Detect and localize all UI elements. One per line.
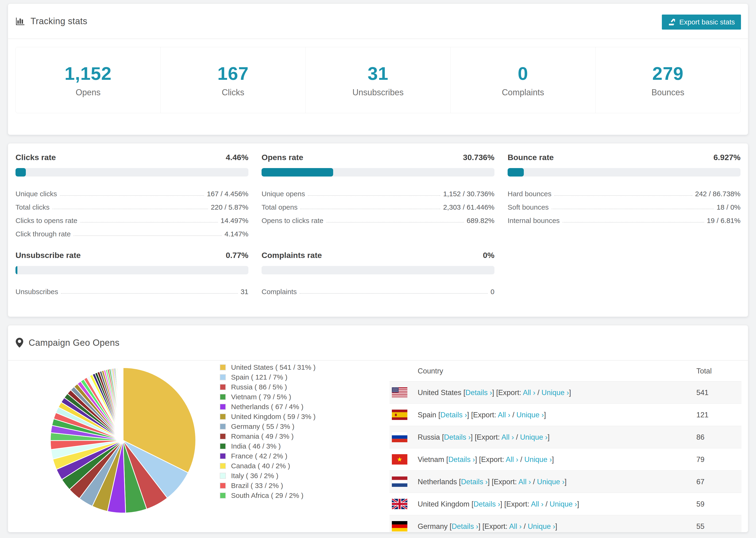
detail-label: Hard bounces — [508, 190, 552, 198]
legend-swatch — [220, 493, 226, 499]
complaints-rate-block: Complaints rate 0% Complaints0 — [261, 251, 495, 296]
detail-value: 4.147% — [225, 230, 248, 238]
export-all-link[interactable]: All › — [506, 456, 518, 463]
opens-label: Opens — [76, 87, 100, 97]
unsubscribe-rate-title: Unsubscribe rate — [16, 251, 81, 260]
legend-label: Germany ( 55 / 3% ) — [231, 422, 295, 430]
dotted-leader — [326, 222, 464, 223]
legend-swatch — [220, 364, 226, 370]
export-all-link[interactable]: All › — [502, 433, 514, 441]
dotted-leader — [563, 222, 704, 223]
legend-swatch — [220, 463, 226, 469]
opens-rate-progressbar — [261, 168, 495, 177]
export-unique-link[interactable]: Unique › — [537, 478, 565, 486]
export-unique-link[interactable]: Unique › — [524, 456, 552, 463]
dotted-leader — [300, 209, 440, 209]
stats-row: 1,152 Opens 167 Clicks 31 Unsubscribes 0… — [16, 47, 740, 113]
detail-value: 14.497% — [221, 217, 248, 225]
legend-label: India ( 46 / 3% ) — [231, 442, 281, 450]
complaints-rate-progressbar — [261, 266, 495, 274]
legend-item: Canada ( 40 / 2% ) — [220, 461, 315, 471]
details-link[interactable]: Details › — [452, 522, 478, 530]
details-link[interactable]: Details › — [448, 456, 475, 463]
table-row-netherlands: Netherlands [Details ›] [Export: All › /… — [390, 470, 741, 493]
legend-label: Russia ( 86 / 5% ) — [231, 383, 287, 391]
export-all-link[interactable]: All › — [509, 522, 521, 530]
detail-label: Total clicks — [16, 203, 50, 211]
details-link[interactable]: Details › — [465, 389, 492, 397]
geo-header: Campaign Geo Opens — [8, 325, 748, 360]
detail-label: Click through rate — [16, 230, 71, 238]
details-link[interactable]: Details › — [461, 478, 488, 486]
stat-opens: 1,152 Opens — [16, 47, 161, 113]
export-all-link[interactable]: All › — [498, 411, 510, 419]
detail-label: Soft bounces — [508, 203, 549, 211]
detail-value: 19 / 6.81% — [707, 217, 740, 225]
total-value: 541 — [696, 389, 709, 397]
country-name: Germany — [418, 522, 448, 530]
legend-item: Romania ( 49 / 3% ) — [220, 431, 315, 441]
legend-item: Germany ( 55 / 3% ) — [220, 422, 315, 431]
details-link[interactable]: Details › — [441, 411, 467, 419]
bounce-rate-title: Bounce rate — [508, 153, 554, 162]
unsubscribes-count: 31 — [368, 63, 389, 84]
legend-label: Spain ( 121 / 7% ) — [231, 373, 287, 381]
country-name: United Kingdom — [418, 500, 469, 508]
geo-pie-chart — [48, 365, 198, 515]
bounces-count: 279 — [652, 63, 683, 84]
legend-item: Spain ( 121 / 7% ) — [220, 372, 315, 382]
total-column-header: Total — [696, 367, 712, 375]
country-column-header: Country — [418, 367, 443, 375]
export-unique-link[interactable]: Unique › — [520, 433, 548, 441]
legend-swatch — [220, 443, 226, 449]
complaints-count: 0 — [518, 63, 528, 84]
export-unique-link[interactable]: Unique › — [516, 411, 544, 419]
details-link[interactable]: Details › — [473, 500, 500, 508]
legend-label: United States ( 541 / 31% ) — [231, 363, 315, 371]
russia-flag-icon — [392, 432, 407, 442]
opens-rate-block: Opens rate 30.736% Unique opens1,152 / 3… — [261, 153, 495, 238]
table-header: Country Total — [390, 359, 741, 381]
export-unique-link[interactable]: Unique › — [528, 522, 555, 530]
stat-complaints: 0 Complaints — [451, 47, 595, 113]
dotted-leader — [80, 222, 218, 223]
clicks-rate-block: Clicks rate 4.46% Unique clicks167 / 4.4… — [16, 153, 248, 238]
country-name: United States — [418, 389, 461, 397]
export-all-link[interactable]: All › — [531, 500, 543, 508]
legend-swatch — [220, 374, 226, 380]
campaign-geo-opens-panel: Campaign Geo Opens United States ( 541 /… — [8, 325, 748, 532]
detail-value: 2,303 / 61.446% — [443, 203, 495, 211]
dotted-leader — [552, 209, 714, 209]
table-row-united-kingdom: United Kingdom [Details ›] [Export: All … — [390, 493, 741, 515]
vietnam-flag-icon — [392, 454, 407, 464]
export-button-label: Export basic stats — [679, 18, 735, 26]
legend-label: Vietnam ( 79 / 5% ) — [231, 393, 291, 401]
export-all-link[interactable]: All › — [523, 389, 535, 397]
detail-label: Opens to clicks rate — [261, 217, 323, 225]
legend-item: United Kingdom ( 59 / 3% ) — [220, 412, 315, 422]
legend-swatch — [220, 433, 226, 439]
tracking-stats-panel: Tracking stats Export basic stats 1,152 … — [8, 4, 748, 135]
dotted-leader — [61, 293, 238, 294]
bar-chart-icon — [16, 16, 26, 26]
dotted-leader — [299, 293, 488, 294]
dotted-leader — [52, 209, 208, 209]
export-unique-link[interactable]: Unique › — [541, 389, 569, 397]
detail-value: 1,152 / 30.736% — [443, 190, 495, 198]
dotted-leader — [60, 195, 204, 196]
united-kingdom-flag-icon — [392, 499, 407, 509]
detail-label: Complaints — [261, 288, 297, 296]
geo-title: Campaign Geo Opens — [28, 338, 120, 348]
table-row-russia: Russia [Details ›] [Export: All › / Uniq… — [390, 426, 741, 448]
legend-item: South Africa ( 29 / 2% ) — [220, 491, 315, 501]
export-all-link[interactable]: All › — [518, 478, 531, 486]
export-basic-stats-button[interactable]: Export basic stats — [662, 15, 741, 29]
spain-flag-icon — [392, 409, 407, 420]
detail-label: Unique opens — [261, 190, 305, 198]
detail-value: 220 / 5.87% — [211, 203, 248, 211]
details-link[interactable]: Details › — [444, 433, 471, 441]
detail-label: Total opens — [261, 203, 297, 211]
country-name: Spain — [418, 411, 436, 419]
legend-label: France ( 42 / 2% ) — [231, 452, 287, 460]
export-unique-link[interactable]: Unique › — [550, 500, 577, 508]
